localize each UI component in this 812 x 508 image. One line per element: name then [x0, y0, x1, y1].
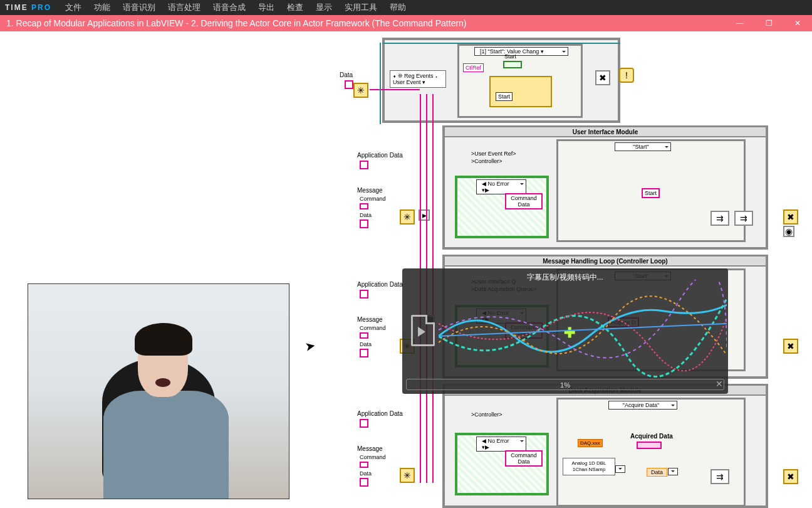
presenter-hair — [135, 323, 192, 356]
progress-text: 1% — [407, 379, 724, 391]
menubar: TIME PRO 文件 功能 语音识别 语言处理 语音合成 导出 检查 显示 实… — [0, 0, 812, 15]
app-data-terminal-3[interactable] — [360, 419, 368, 428]
command-sublabel-1: Command — [360, 196, 386, 202]
command-terminal-2[interactable] — [360, 332, 368, 339]
no-error-selector-ui[interactable]: ◀ No Error ▾▶ — [476, 179, 526, 194]
release-queue-mhl-icon[interactable]: ✖ — [783, 339, 798, 354]
menu-file[interactable]: 文件 — [65, 2, 81, 13]
daq-read-dropdown[interactable] — [615, 465, 625, 473]
close-ref-node-icon[interactable]: ✖ — [595, 70, 610, 85]
command-terminal-3[interactable] — [360, 462, 368, 468]
message-label-1: Message — [357, 187, 383, 194]
window-title: 1. Recap of Modular Applications in LabV… — [6, 18, 467, 28]
menu-tools[interactable]: 实用工具 — [345, 2, 377, 13]
start-button-label: Start — [496, 92, 513, 101]
enqueue-node[interactable]: Start — [489, 76, 552, 107]
minimize-button[interactable]: — — [726, 15, 754, 31]
ctlref-node[interactable]: CtlRef — [463, 63, 484, 72]
menu-inspect[interactable]: 检查 — [287, 2, 303, 13]
data-terminal-1[interactable] — [360, 220, 368, 228]
bundle-node-icon[interactable]: ✳ — [353, 83, 368, 98]
wire-teal-v — [380, 43, 381, 124]
presenter-mouth — [155, 378, 170, 387]
register-events-node[interactable]: ⬧ ❊ Reg Events ▸ User Event ▾ — [390, 70, 446, 88]
window-controls: — ❐ ✕ — [726, 15, 812, 31]
app-data-label-2: Application Data — [357, 281, 403, 288]
app-data-label-1: Application Data — [357, 152, 403, 159]
dequeue-structure-daq[interactable]: ◀ No Error ▾▶ Command Data — [455, 433, 549, 495]
data-output-node[interactable]: Data — [647, 468, 667, 477]
menu-language-processing[interactable]: 语言处理 — [168, 2, 200, 13]
daq-task-node[interactable]: DAQ.xxx — [578, 439, 603, 447]
mhl-header: Message Handling Loop (Controller Loop) — [445, 257, 766, 267]
progress-bar[interactable]: 1% — [406, 379, 724, 390]
maximize-button[interactable]: ❐ — [754, 15, 783, 31]
command-label: Command — [511, 195, 537, 201]
analog-label: Analog 1D DBL — [571, 460, 606, 467]
daq-case-structure[interactable]: "Acquire Data" — [556, 398, 746, 507]
error-out-node-icon[interactable]: ! — [619, 68, 634, 83]
menu-speech-synthesis[interactable]: 语音合成 — [213, 2, 246, 13]
window-titlebar[interactable]: 1. Recap of Modular Applications in LabV… — [0, 15, 812, 31]
app-data-label-3: Application Data — [357, 410, 403, 417]
menu-display[interactable]: 显示 — [316, 2, 332, 13]
menu-help[interactable]: 帮助 — [390, 2, 406, 13]
release-queue-daq-icon[interactable]: ✖ — [783, 469, 798, 484]
release-queue-ui-icon[interactable]: ✖ — [783, 209, 798, 225]
acquired-data-label: Acquired Data — [630, 433, 673, 440]
ui-case-selector[interactable]: "Start" — [615, 142, 671, 151]
menu-speech-recognition[interactable]: 语音识别 — [123, 2, 155, 13]
mouse-cursor-icon: ➤ — [304, 338, 317, 355]
shift-reg-daq-icon[interactable]: ⇉ — [710, 469, 729, 484]
start-node-ui[interactable]: Start — [642, 188, 660, 198]
dequeue-structure-ui[interactable]: ◀ No Error ▾▶ Command Data — [455, 176, 549, 238]
event-structure[interactable]: [1] "Start": Value Chang ▾ CtlRef Start … — [457, 44, 583, 118]
command-terminal-1[interactable] — [360, 203, 368, 209]
start-tiny-label: Start — [504, 53, 516, 60]
daq-case-selector[interactable]: "Acquire Data" — [608, 401, 677, 410]
obtain-queue-1-icon[interactable]: ✳ — [400, 209, 415, 225]
acquired-data-terminal[interactable] — [637, 442, 662, 449]
command-data-cluster-daq[interactable]: Command Data — [505, 450, 543, 467]
message-label-3: Message — [357, 445, 383, 452]
data-label: Data — [340, 71, 353, 78]
daq-read-node[interactable]: Analog 1D DBL 1Chan NSamp — [563, 458, 615, 475]
user-event-ref-label: >User Event Ref> — [471, 151, 516, 157]
data-terminal-2[interactable] — [360, 349, 368, 357]
presenter-webcam — [28, 283, 289, 499]
content-area: Data ✳ ⬧ ❊ Reg Events ▸ User Event ▾ [1]… — [0, 31, 812, 508]
data-output-dropdown[interactable] — [668, 468, 678, 475]
menu-export[interactable]: 导出 — [258, 2, 274, 13]
user-event-label: User Event ▾ — [393, 79, 425, 85]
data-label-inner: Data — [518, 201, 529, 208]
app-data-terminal-2[interactable] — [360, 290, 368, 299]
controller-label-ui: >Controller> — [471, 158, 502, 164]
obtain-queue-3-icon[interactable]: ✳ — [400, 468, 415, 483]
command-data-cluster-ui[interactable]: Command Data — [505, 193, 543, 209]
transcode-overlay: 字幕压制/视频转码中... ✚ 1% ✕ — [402, 268, 728, 394]
data-sublabel-2: Data — [360, 341, 372, 347]
command-sublabel-2: Command — [360, 325, 386, 331]
shift-reg-ui2-icon[interactable]: ⇉ — [734, 211, 753, 226]
error-merge-ui-icon[interactable]: ◉ — [783, 226, 794, 237]
data-terminal[interactable] — [345, 80, 353, 89]
presenter — [103, 328, 216, 497]
overlay-close-button[interactable]: ✕ — [716, 379, 723, 389]
controller-label-daq: >Controller> — [471, 411, 502, 418]
start-indicator — [503, 61, 522, 68]
wire-teal-top — [382, 43, 620, 44]
logo-part-a: TIME — [5, 3, 28, 12]
logo-part-b: PRO — [31, 3, 51, 12]
chan-label: 1Chan NSamp — [573, 467, 605, 473]
close-button[interactable]: ✕ — [783, 15, 812, 31]
app-data-terminal-1[interactable] — [360, 161, 368, 169]
play-triangle-icon — [418, 327, 430, 337]
data-terminal-3[interactable] — [360, 478, 368, 487]
wire-data-h — [370, 89, 420, 90]
shift-reg-ui-icon[interactable]: ⇉ — [710, 211, 729, 226]
menu-function[interactable]: 功能 — [94, 2, 110, 13]
no-error-selector-daq[interactable]: ◀ No Error ▾▶ — [476, 437, 526, 452]
message-label-2: Message — [357, 316, 383, 323]
event-case-selector[interactable]: [1] "Start": Value Chang ▾ — [474, 47, 568, 56]
data-label-daq: Data — [518, 458, 529, 465]
